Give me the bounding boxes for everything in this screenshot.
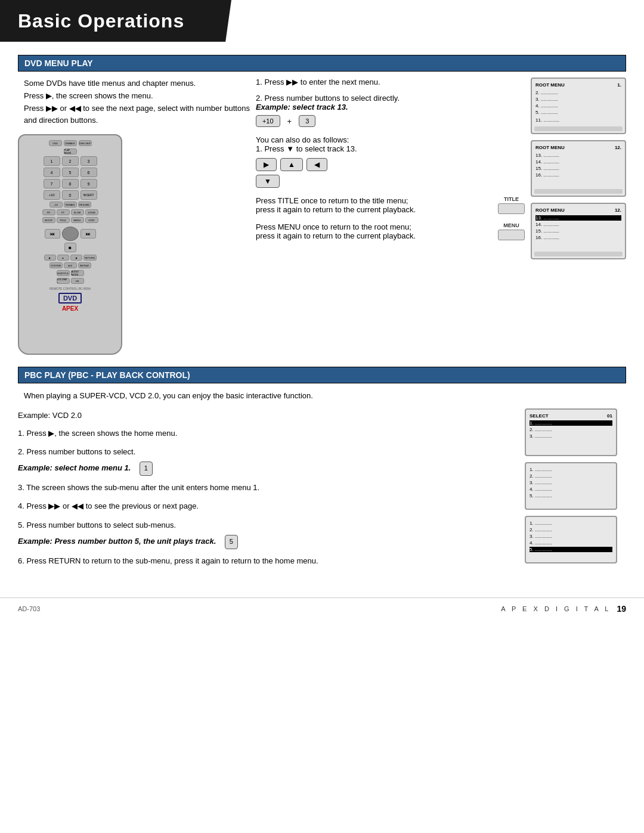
- remote-audiomode: AUDIO MODE: [71, 270, 84, 276]
- pbc-step6: 6. Press RETURN to return to the sub-men…: [18, 554, 504, 568]
- step2-buttons: +10 + 3: [256, 115, 525, 127]
- remote-insert: INSERT: [80, 190, 97, 200]
- remote-step: STEP: [85, 217, 98, 223]
- btn-plus10: +10: [256, 115, 280, 127]
- remote-menu-btn: MENU: [71, 217, 84, 223]
- remote-num-6: 6: [80, 168, 97, 177]
- also-line1: You can also do as follows:: [256, 135, 525, 144]
- remote-num-8: 8: [62, 179, 79, 188]
- intro-line-3: Press ▶▶ or ◀◀ to see the next page, sel…: [24, 103, 250, 115]
- title-label2: press it again to return to the current …: [256, 205, 492, 214]
- dir-btn-right: ▶: [256, 158, 277, 171]
- remote-repeat: REPEAT: [78, 262, 91, 268]
- pbc-step3: 3. The screen shows the sub-menu after t…: [18, 481, 504, 494]
- remote-nav-left2: ▶: [44, 255, 56, 261]
- remote-playmode-btn: PLAY MODE: [64, 148, 77, 154]
- pbc-step5: 5. Press number buttons to select sub-me…: [18, 518, 504, 532]
- screen3-item-16: 16. ............: [535, 235, 621, 240]
- screen2-item-15: 15. ............: [535, 166, 621, 171]
- pbc-step5-italic: Example: Press number button 5, the unit…: [18, 537, 216, 546]
- remote-osd-btn: OSD: [49, 140, 62, 146]
- intro-line-4: and direction buttons.: [24, 114, 250, 127]
- remote-zoom: ZOOM: [85, 209, 98, 215]
- screen3-title-text: ROOT MENU: [535, 208, 565, 213]
- screen2-title-text: ROOT MENU: [535, 145, 565, 150]
- direction-buttons: ▶ ▲ ◀ ▼: [256, 158, 525, 188]
- dvd-section-header: DVD MENU PLAY: [18, 55, 626, 72]
- remote-ff: FF: [57, 209, 70, 215]
- pbc-screen2-item3: 3. .............: [530, 480, 612, 485]
- remote-col: Some DVDs have title menus and chapter m…: [18, 78, 250, 355]
- remote-num-4: 4: [44, 168, 60, 177]
- screen3-num: 12.: [615, 208, 621, 213]
- screen2-item-14: 14. ............: [535, 159, 621, 165]
- intro-line-2: Press ▶, the screen shows the menu.: [24, 90, 250, 103]
- page-title: Basic Operations: [18, 10, 184, 32]
- menu-text: Press MENU once to return to the root me…: [256, 222, 492, 240]
- remote-resume: RESUME: [78, 202, 91, 208]
- remote-num-1: 1: [44, 156, 60, 166]
- screen2-num: 12.: [615, 145, 621, 150]
- screen1-header: ROOT MENU 1.: [535, 82, 621, 88]
- screen1-bottom-bar: [534, 126, 623, 131]
- screen1-item-3: 3. .............: [535, 97, 621, 102]
- pbc-screen2-item4: 4. .............: [530, 487, 612, 492]
- title-side-col: TITLE: [498, 196, 525, 216]
- menu-block: Press MENU once to return to the root me…: [256, 222, 525, 243]
- remote-cb: CB: [71, 278, 84, 284]
- pbc-steps: Example: VCD 2.0 1. Press ▶, the screen …: [18, 408, 504, 568]
- remote-setup: SETUP: [42, 217, 55, 223]
- pbc-screen-3: 1. ............. 2. ............. 3. ...…: [525, 516, 617, 563]
- remote-plus10: +10: [44, 190, 60, 200]
- screen3-item-13-hl: 13. ............: [535, 215, 621, 221]
- footer-brand: A P E X D I G I T A L: [501, 605, 611, 612]
- menu-side-label: MENU: [498, 222, 525, 228]
- menu-label1: Press MENU once to return to the root me…: [256, 222, 492, 231]
- remote-fr: FR: [42, 209, 55, 215]
- pbc-step5-btn: 5: [225, 535, 238, 549]
- remote-nav-up2: ▲: [57, 255, 69, 261]
- screen3-item-14: 14. ............: [535, 222, 621, 227]
- remote-illustration: OSD DIMMER DISK SKIP PLAY MODE 1 2 3 4 5…: [18, 134, 122, 355]
- pbc-screen-1: SELECT 01 1. ............. 2. ..........…: [525, 408, 617, 456]
- remote-next-track: ⏭: [80, 229, 96, 239]
- title-label1: Press TITLE once to return to the title …: [256, 196, 492, 205]
- remote-nav-right2: ◀: [70, 255, 82, 261]
- remote-return: RETURN: [83, 255, 97, 261]
- pbc-screen3-item4: 4. .............: [530, 540, 612, 546]
- remote-remain: REMAIN: [64, 202, 77, 208]
- remote-ab: A-B: [64, 262, 77, 268]
- pbc-screens: SELECT 01 1. ............. 2. ..........…: [516, 408, 626, 568]
- remote-title-btn: TITLE: [57, 217, 70, 223]
- pbc-screen2-item2: 2. .............: [530, 473, 612, 479]
- screen1-title-text: ROOT MENU: [535, 82, 565, 88]
- pbc-step2-example: Example: select home menu 1. 1: [18, 461, 504, 475]
- pbc-screen2-item1: 1. .............: [530, 467, 612, 472]
- step1-text: 1. Press ▶▶ to enter the next menu.: [256, 78, 525, 86]
- remote-stop: ■: [64, 243, 76, 252]
- remote-model-label: REMOTE CONTROL RC-800A: [49, 287, 91, 290]
- pbc-step4: 4. Press ▶▶ or ◀◀ to see the previous or…: [18, 499, 504, 513]
- also-line2: 1. Press ▼ to select track 13.: [256, 144, 525, 153]
- screen2-item-13: 13. ............: [535, 153, 621, 158]
- instruction-col: 1. Press ▶▶ to enter the next menu. 2. P…: [256, 78, 525, 355]
- title-btn-illus: [498, 203, 525, 214]
- screen2-header: ROOT MENU 12.: [535, 145, 621, 150]
- screen1-item-2: 2. .............: [535, 90, 621, 95]
- dvd-intro: Some DVDs have title menus and chapter m…: [24, 78, 250, 127]
- pbc-step2-btn: 1: [140, 462, 153, 476]
- screen1-item-11: 11. ............: [535, 117, 621, 123]
- footer-model: AD-703: [18, 605, 40, 612]
- menu-side-col: MENU: [498, 222, 525, 243]
- title-text: Press TITLE once to return to the title …: [256, 196, 492, 214]
- also-block: You can also do as follows: 1. Press ▼ t…: [256, 135, 525, 188]
- page-footer: AD-703 A P E X D I G I T A L 19: [0, 597, 644, 620]
- remote-disk-btn: DISK SKIP: [79, 140, 92, 146]
- dir-btn-up: ▲: [280, 158, 303, 171]
- dvd-screen-2: ROOT MENU 12. 13. ............ 14. .....…: [531, 140, 626, 197]
- remote-num-3: 3: [80, 156, 97, 166]
- menu-label2: press it again to return to the current …: [256, 231, 492, 240]
- pbc-section-header: PBC PLAY (PBC - PLAY BACK CONTROL): [18, 367, 626, 383]
- screen2-bottom-bar: [534, 189, 623, 194]
- pbc-screen1-item2: 2. .............: [530, 427, 612, 432]
